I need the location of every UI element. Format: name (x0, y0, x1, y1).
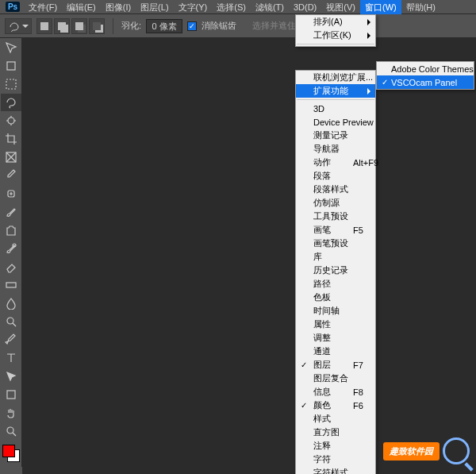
tool-pen[interactable] (1, 331, 21, 349)
tool-blur[interactable] (1, 295, 21, 312)
window-top-item-0[interactable]: 排列(A) (296, 15, 375, 29)
window-item-22[interactable]: ✓图层F7 (296, 358, 375, 372)
menu-3[interactable]: 图层(L) (136, 0, 173, 14)
window-item-30[interactable]: 字符样式 (296, 466, 375, 474)
window-item-1[interactable]: 扩展功能 (296, 84, 375, 98)
menu-6[interactable]: 滤镜(T) (251, 0, 289, 14)
tool-brush[interactable] (1, 203, 21, 221)
tool-marquee[interactable] (1, 75, 21, 93)
menu-10[interactable]: 帮助(H) (401, 0, 440, 14)
submenu-arrow-icon (367, 88, 370, 94)
menu-item-label: 字符样式 (313, 467, 348, 474)
tool-gradient[interactable] (1, 276, 21, 294)
menubar: Ps 文件(F)编辑(E)图像(I)图层(L)文字(Y)选择(S)滤镜(T)3D… (0, 0, 476, 14)
tool-move[interactable] (1, 39, 21, 56)
menu-5[interactable]: 选择(S) (212, 0, 251, 14)
feather-field[interactable]: 0 像素 (146, 19, 182, 33)
app-logo: Ps (2, 0, 24, 14)
selection-intersect-button[interactable] (89, 18, 105, 34)
tool-clone[interactable] (1, 222, 21, 239)
antialias-label: 消除锯齿 (202, 20, 236, 32)
window-item-14[interactable]: 库 (296, 250, 375, 264)
selection-add-button[interactable] (54, 18, 70, 34)
tool-zoom[interactable] (1, 422, 21, 440)
window-item-7[interactable]: 动作Alt+F9 (296, 156, 375, 169)
menu-2[interactable]: 图像(I) (101, 0, 136, 14)
canvas-area[interactable] (22, 38, 476, 474)
menu-4[interactable]: 文字(Y) (174, 0, 213, 14)
tool-rectangle[interactable] (1, 386, 21, 403)
menu-8[interactable]: 视图(V) (321, 0, 360, 14)
window-item-4[interactable]: Device Preview (296, 115, 375, 129)
menu-item-label: 路径 (313, 278, 331, 290)
window-item-15[interactable]: 历史记录 (296, 264, 375, 277)
tool-type[interactable] (1, 349, 21, 367)
tool-eyedropper[interactable] (1, 167, 21, 184)
tool-preset-picker[interactable] (5, 18, 32, 34)
window-item-3[interactable]: 3D (296, 102, 375, 115)
color-swatches[interactable] (1, 443, 21, 464)
artboard-icon (5, 60, 17, 72)
svg-rect-0 (7, 62, 15, 70)
menu-1[interactable]: 编辑(E) (62, 0, 101, 14)
tool-dodge[interactable] (1, 313, 21, 330)
window-item-10[interactable]: 仿制源 (296, 196, 375, 210)
quick-select-icon (5, 114, 17, 127)
menu-0[interactable]: 文件(F) (24, 0, 62, 14)
clone-icon (5, 224, 17, 237)
window-item-13[interactable]: 画笔预设 (296, 237, 375, 250)
window-item-18[interactable]: 时间轴 (296, 304, 375, 318)
window-item-5[interactable]: 测量记录 (296, 129, 375, 142)
tool-artboard[interactable] (1, 57, 21, 75)
window-item-19[interactable]: 属性 (296, 318, 375, 331)
menu-item-label: 工作区(K) (313, 29, 351, 41)
window-item-24[interactable]: 信息F8 (296, 385, 375, 399)
tool-path-select[interactable] (1, 368, 21, 385)
window-item-16[interactable]: 路径 (296, 277, 375, 291)
window-item-17[interactable]: 色板 (296, 291, 375, 304)
pen-icon (5, 333, 17, 346)
menu-item-label: 仿制源 (313, 197, 340, 209)
window-item-0[interactable]: 联机浏览扩展... (296, 71, 375, 84)
tool-eraser[interactable] (1, 258, 21, 276)
window-item-12[interactable]: 画笔F5 (296, 223, 375, 237)
menu-9[interactable]: 窗口(W) (360, 0, 401, 14)
menu-item-label: 注释 (313, 440, 331, 452)
ext-item-1[interactable]: ✓VSCOcam Panel (377, 75, 474, 89)
tool-frame[interactable] (1, 148, 21, 166)
window-item-25[interactable]: ✓颜色F6 (296, 399, 375, 412)
window-item-23[interactable]: 图层复合 (296, 372, 375, 385)
window-item-27[interactable]: 直方图 (296, 426, 375, 439)
shortcut-label: Alt+F9 (331, 158, 378, 168)
antialias-checkbox[interactable]: ✓ (187, 21, 197, 31)
extensions-submenu: Adobe Color Themes✓VSCOcam Panel (376, 61, 474, 90)
window-item-28[interactable]: 注释 (296, 439, 375, 453)
separator (113, 18, 113, 34)
tool-lasso[interactable] (1, 94, 21, 111)
menu-item-label: 图层 (313, 359, 331, 371)
window-item-6[interactable]: 导航器 (296, 142, 375, 156)
tool-hand[interactable] (1, 404, 21, 422)
window-item-29[interactable]: 字符 (296, 453, 375, 466)
window-item-26[interactable]: 样式 (296, 412, 375, 426)
foreground-color[interactable] (2, 445, 15, 457)
menu-item-label: 样式 (313, 413, 331, 425)
toolbar (0, 38, 22, 467)
window-item-11[interactable]: 工具预设 (296, 210, 375, 223)
tool-healing[interactable] (1, 185, 21, 202)
menu-item-label: 导航器 (313, 143, 340, 155)
tool-crop[interactable] (1, 130, 21, 148)
tool-quick-select[interactable] (1, 112, 21, 129)
menu-7[interactable]: 3D(D) (289, 0, 321, 14)
ext-item-0[interactable]: Adobe Color Themes (377, 62, 474, 75)
selection-subtract-button[interactable] (71, 18, 87, 34)
window-item-20[interactable]: 调整 (296, 331, 375, 345)
window-top-item-1[interactable]: 工作区(K) (296, 29, 375, 42)
magnifier-icon (443, 437, 470, 464)
tool-history-brush[interactable] (1, 240, 21, 257)
selection-new-button[interactable] (36, 18, 52, 34)
window-item-9[interactable]: 段落样式 (296, 183, 375, 196)
window-item-8[interactable]: 段落 (296, 169, 375, 183)
menu-item-label: VSCOcam Panel (391, 78, 457, 87)
window-item-21[interactable]: 通道 (296, 345, 375, 358)
